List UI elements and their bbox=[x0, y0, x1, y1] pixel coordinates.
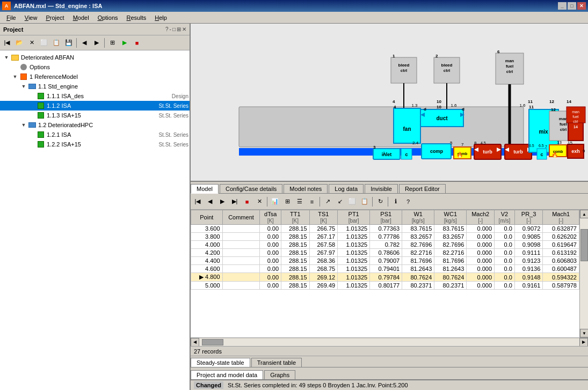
svg-text:4: 4 bbox=[394, 105, 396, 109]
ptb-grid-btn[interactable]: ⊞ bbox=[106, 37, 118, 49]
scroll-thumb[interactable] bbox=[580, 229, 588, 261]
ptb-save-btn[interactable]: 💾 bbox=[63, 37, 75, 49]
minimize-button[interactable]: _ bbox=[558, 2, 567, 10]
btb-last[interactable]: ▶| bbox=[229, 196, 241, 208]
tab-notes[interactable]: Model notes bbox=[284, 184, 328, 193]
cell-10: 0.0 bbox=[495, 257, 515, 265]
tree-expand-refmodel[interactable]: ▼ bbox=[12, 73, 18, 80]
btb-refresh[interactable]: ↻ bbox=[374, 196, 386, 208]
table-row[interactable]: ▶ 4.8000.00288.15269.121.013250.7978480.… bbox=[191, 273, 579, 282]
tree-item-stdengine[interactable]: ▼ 1.1 Std_engine bbox=[0, 82, 190, 91]
project-close[interactable]: ✕ bbox=[182, 26, 186, 32]
btb-paste2[interactable]: 📋 bbox=[359, 196, 371, 208]
ptb-play-btn[interactable]: ▶ bbox=[119, 37, 130, 49]
hscroll-right-btn[interactable]: ▶ bbox=[579, 338, 588, 347]
tab-config[interactable]: Config/Case details bbox=[220, 184, 282, 193]
btb-table[interactable]: ⊞ bbox=[281, 196, 293, 208]
hscroll-track[interactable] bbox=[199, 339, 579, 346]
hscroll-left-btn[interactable]: ◀ bbox=[191, 338, 199, 347]
tab-graphs[interactable]: Graphs bbox=[264, 370, 295, 379]
vertical-scrollbar[interactable]: ▲ ▼ bbox=[579, 210, 588, 337]
btb-rows[interactable]: ≡ bbox=[306, 196, 318, 208]
project-float[interactable]: ⊞ bbox=[177, 26, 181, 32]
btb-info[interactable]: ℹ bbox=[390, 196, 402, 208]
det-isa15-icon bbox=[37, 141, 45, 148]
tab-log[interactable]: Log data bbox=[329, 184, 364, 193]
tab-model[interactable]: Model bbox=[191, 184, 219, 194]
menu-file[interactable]: File bbox=[2, 13, 20, 22]
cell-9: 0.000 bbox=[467, 225, 495, 233]
scroll-up-btn[interactable]: ▲ bbox=[580, 210, 588, 218]
cell-6: 0.77786 bbox=[370, 233, 402, 241]
tab-transient[interactable]: Transient table bbox=[251, 358, 302, 367]
btb-import[interactable]: ↙ bbox=[334, 196, 346, 208]
table-scroll-area[interactable]: Point Comment dTsa[K] TT1[K] TS1[K] PT1[… bbox=[191, 210, 579, 337]
menu-project[interactable]: Project bbox=[41, 13, 68, 22]
scroll-track[interactable] bbox=[580, 218, 588, 329]
ptb-right-btn[interactable]: ▶ bbox=[91, 37, 103, 49]
table-row[interactable]: 4.0000.00288.15267.581.013250.78282.7696… bbox=[191, 241, 579, 249]
tree-root[interactable]: ▼ Deteriorated ABFAN bbox=[0, 53, 190, 62]
close-button[interactable]: ✕ bbox=[577, 2, 586, 10]
menu-model[interactable]: Model bbox=[69, 13, 93, 22]
btb-next[interactable]: ▶ bbox=[216, 196, 228, 208]
table-row[interactable]: 4.6000.00288.15268.751.013250.7940181.26… bbox=[191, 265, 579, 273]
ptb-delete-btn[interactable]: ✕ bbox=[26, 37, 38, 49]
tree-item-refmodel[interactable]: ▼ 1 ReferenceModel bbox=[0, 72, 190, 82]
scroll-down-btn[interactable]: ▼ bbox=[580, 329, 588, 337]
btb-close[interactable]: ✕ bbox=[253, 196, 265, 208]
btb-chart[interactable]: 📊 bbox=[269, 196, 281, 208]
ptb-paste-btn[interactable]: 📋 bbox=[50, 37, 62, 49]
tree-isa-label: 1.1.2 ISA bbox=[47, 102, 154, 109]
btb-prev[interactable]: ◀ bbox=[204, 196, 216, 208]
menu-view[interactable]: View bbox=[20, 13, 42, 22]
btb-stop[interactable]: ■ bbox=[241, 196, 253, 208]
btb-cols[interactable]: ☰ bbox=[294, 196, 306, 208]
tree-expand-options bbox=[12, 64, 18, 70]
table-row[interactable]: 4.4000.00288.15268.361.013250.7900781.76… bbox=[191, 257, 579, 265]
project-panel: Project ? - □ ⊞ ✕ |◀ 📂 ✕ ⬜ 📋 💾 ◀ ▶ ⊞ ▶ ■ bbox=[0, 24, 191, 390]
project-help[interactable]: ? bbox=[165, 26, 169, 32]
ptb-separator-2 bbox=[104, 38, 105, 48]
tab-steady-state[interactable]: Steady-state table bbox=[191, 358, 250, 367]
ptb-stop-btn[interactable]: ■ bbox=[131, 37, 143, 49]
maximize-button[interactable]: □ bbox=[568, 2, 576, 10]
tree-item-options[interactable]: Options bbox=[0, 62, 190, 72]
ptb-left-btn[interactable]: ◀ bbox=[78, 37, 90, 49]
cell-2: 0.00 bbox=[260, 249, 281, 257]
tab-report[interactable]: Report Editor bbox=[399, 184, 446, 193]
tree-expand-stdengine[interactable]: ▼ bbox=[20, 83, 27, 90]
col-comment: Comment bbox=[222, 210, 260, 225]
btb-copy2[interactable]: ⬜ bbox=[346, 196, 358, 208]
btb-first[interactable]: |◀ bbox=[192, 196, 204, 208]
tree-item-isa[interactable]: 1.1.2 ISA St.St. Series bbox=[0, 101, 190, 111]
hscroll-thumb[interactable] bbox=[202, 339, 223, 345]
menu-options[interactable]: Options bbox=[93, 13, 122, 22]
tree-expand-root[interactable]: ▼ bbox=[3, 54, 10, 61]
table-row[interactable]: 3.6000.00288.15266.751.013250.7736383.76… bbox=[191, 225, 579, 233]
cell-8: 82.7696 bbox=[434, 241, 467, 249]
tree-expand-dethpc[interactable]: ▼ bbox=[20, 122, 27, 128]
tab-invisible[interactable]: Invisible bbox=[365, 184, 398, 193]
tree-item-det-isa15[interactable]: 1.2.2 ISA+15 St.St. Series bbox=[0, 139, 190, 149]
window-title: ABFAN.mxl — Std_engine : ISA bbox=[14, 3, 558, 9]
horizontal-scrollbar[interactable]: ◀ ▶ bbox=[191, 337, 588, 346]
menu-results[interactable]: Results bbox=[122, 13, 151, 22]
tree-item-dethpc[interactable]: ▼ 1.2 DeterioratedHPC bbox=[0, 120, 190, 130]
ptb-first-btn[interactable]: |◀ bbox=[1, 37, 13, 49]
btb-export[interactable]: ↗ bbox=[322, 196, 333, 208]
table-row[interactable]: 4.2000.00288.15267.971.013250.7860682.27… bbox=[191, 249, 579, 257]
tree-item-isa-des[interactable]: 1.1.1 ISA_des Design bbox=[0, 91, 190, 101]
tab-project-model[interactable]: Project and model data bbox=[191, 370, 263, 379]
tree-item-det-isa[interactable]: 1.2.1 ISA St.St. Series bbox=[0, 130, 190, 139]
svg-text:4: 4 bbox=[393, 99, 395, 104]
menu-help[interactable]: Help bbox=[150, 13, 171, 22]
table-row[interactable]: 5.0000.00288.15269.491.013250.8017780.23… bbox=[191, 282, 579, 290]
project-pin[interactable]: □ bbox=[172, 26, 176, 32]
cell-6: 0.782 bbox=[370, 241, 402, 249]
ptb-copy-btn[interactable]: ⬜ bbox=[38, 37, 50, 49]
tree-item-isa15[interactable]: 1.1.3 ISA+15 St.St. Series bbox=[0, 111, 190, 120]
ptb-open-btn[interactable]: 📂 bbox=[13, 37, 25, 49]
btb-help[interactable]: ? bbox=[402, 196, 414, 208]
table-row[interactable]: 3.8000.00288.15267.171.013250.7778683.26… bbox=[191, 233, 579, 241]
